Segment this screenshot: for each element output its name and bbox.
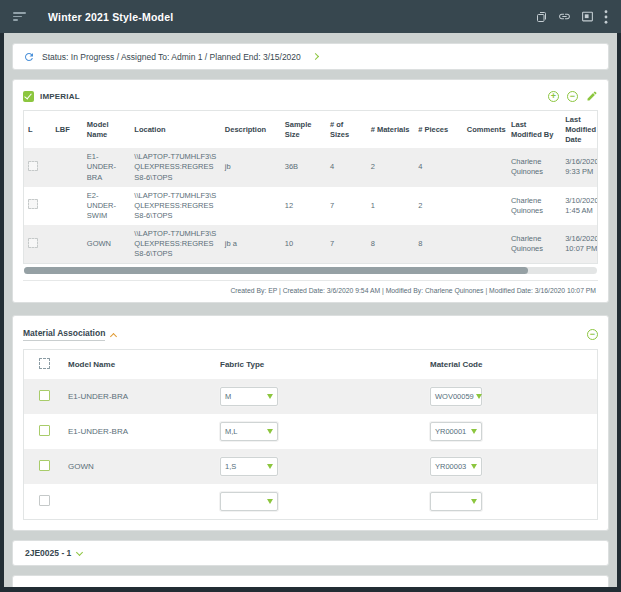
select-all-checkbox[interactable] (39, 358, 50, 369)
row-select-checkbox[interactable] (28, 199, 38, 209)
col-description: Description (221, 111, 281, 148)
style-section-title: 2JE0025 - 1 (25, 548, 71, 558)
workflow-status-bar[interactable]: Status: In Progress / Assigned To: Admin… (12, 43, 609, 70)
material-code-dropdown[interactable]: YR00001 (430, 422, 482, 441)
material-code-dropdown[interactable] (430, 492, 482, 511)
style-section-header[interactable]: 2JE0025 - 1 (12, 540, 609, 566)
fabric-type-dropdown[interactable] (220, 492, 278, 511)
status-refresh-icon (23, 51, 35, 63)
col-sample-size: Sample Size (281, 111, 326, 148)
cell-location: \\LAPTOP-T7UMHLF3\SQLEXPRESS:REGRESS8-6\… (130, 225, 220, 263)
imperial-table: L LBF Model Name Location Description Sa… (24, 111, 598, 263)
expand-chevron-icon[interactable] (76, 549, 83, 556)
status-text: Status: In Progress / Assigned To: Admin… (42, 52, 301, 62)
table-row[interactable]: GOWN \\LAPTOP-T7UMHLF3\SQLEXPRESS:REGRES… (24, 225, 598, 263)
cell-location: \\LAPTOP-T7UMHLF3\SQLEXPRESS:REGRESS8-6\… (130, 148, 220, 186)
row-select-checkbox[interactable] (39, 495, 50, 506)
imperial-label: IMPERIAL (40, 92, 80, 101)
col-model-name: Model Name (83, 111, 131, 148)
col-last-modified-date: Last Modified Date (561, 111, 598, 148)
material-table-box: Model Name Fabric Type Material Code E1-… (23, 349, 598, 520)
col-last-modified-by: Last Modified By (507, 111, 561, 148)
col-fabric-type: Fabric Type (216, 350, 426, 379)
scrollbar-thumb[interactable] (24, 267, 528, 274)
edit-pencil-icon[interactable] (586, 90, 598, 102)
status-expand-chevron-icon[interactable] (312, 53, 319, 60)
row-select-checkbox[interactable] (39, 390, 50, 401)
table-row[interactable]: E2-UNDER-SWIM \\LAPTOP-T7UMHLF3\SQLEXPRE… (24, 187, 598, 225)
horizontal-scrollbar[interactable] (24, 267, 597, 274)
material-header-row: Model Name Fabric Type Material Code (24, 350, 597, 379)
imperial-table-viewport: L LBF Model Name Location Description Sa… (23, 110, 598, 264)
row-select-checkbox[interactable] (39, 460, 50, 471)
imperial-checkbox[interactable] (23, 91, 34, 102)
material-code-dropdown[interactable]: YR00003 (430, 457, 482, 476)
material-association-title: Material Association (23, 328, 105, 341)
table-row[interactable]: GOWN 1,S YR00003 (24, 449, 597, 484)
app-window: Winter 2021 Style-Model Status: In Progr… (0, 0, 621, 592)
row-select-checkbox[interactable] (28, 238, 38, 248)
dropdown-arrow-icon (471, 464, 477, 469)
record-audit-text: Created By: EP | Created Date: 3/6/2020 … (23, 280, 598, 298)
page-title: Winter 2021 Style-Model (48, 11, 173, 23)
row-select-checkbox[interactable] (39, 425, 50, 436)
table-row[interactable] (24, 484, 597, 519)
col-location: Location (130, 111, 220, 148)
material-table: Model Name Fabric Type Material Code E1-… (24, 350, 597, 519)
menu-icon[interactable] (13, 12, 26, 21)
col-model-name: Model Name (64, 350, 216, 379)
table-row[interactable]: E1-UNDER-BRA M,L YR00001 (24, 414, 597, 449)
dropdown-arrow-icon (471, 499, 477, 504)
row-select-checkbox[interactable] (28, 161, 38, 171)
fabric-type-dropdown[interactable]: 1,S (220, 457, 278, 476)
imperial-header-row: L LBF Model Name Location Description Sa… (24, 111, 598, 148)
comments-panel: 0 Comment(s) + Comment Modified By (12, 575, 609, 587)
dropdown-arrow-icon (267, 394, 273, 399)
col-material-code: Material Code (426, 350, 597, 379)
col-lbf: LBF (51, 111, 83, 148)
table-row[interactable]: E1-UNDER-BRA M WOV00059 (24, 379, 597, 414)
copy-icon[interactable] (536, 10, 548, 23)
top-bar: Winter 2021 Style-Model (0, 0, 621, 33)
material-code-dropdown[interactable]: WOV00059 (430, 387, 482, 406)
collapse-chevron-icon[interactable] (110, 333, 117, 340)
add-row-icon[interactable]: + (548, 91, 559, 102)
col-num-pieces: # Pieces (414, 111, 463, 148)
dropdown-arrow-icon (267, 499, 273, 504)
remove-row-icon[interactable]: − (567, 91, 578, 102)
table-row[interactable]: E1-UNDER-BRA \\LAPTOP-T7UMHLF3\SQLEXPRES… (24, 148, 598, 186)
cell-model-name: GOWN (83, 225, 131, 263)
col-num-sizes: # of Sizes (326, 111, 367, 148)
imperial-panel: IMPERIAL + − L (12, 79, 609, 303)
dropdown-arrow-icon (471, 429, 477, 434)
dropdown-arrow-icon (476, 394, 482, 399)
kebab-menu-icon[interactable] (604, 10, 608, 24)
col-num-materials: # Materials (367, 111, 415, 148)
dropdown-arrow-icon (267, 429, 273, 434)
fabric-type-dropdown[interactable]: M (220, 387, 278, 406)
col-comments: Comments (463, 111, 507, 148)
link-icon[interactable] (558, 10, 571, 23)
dropdown-arrow-icon (267, 464, 273, 469)
cell-location: \\LAPTOP-T7UMHLF3\SQLEXPRESS:REGRESS8-6\… (130, 187, 220, 225)
cell-model-name: E1-UNDER-BRA (83, 148, 131, 186)
cell-model-name: E2-UNDER-SWIM (83, 187, 131, 225)
image-icon[interactable] (581, 10, 594, 23)
page-content: Status: In Progress / Assigned To: Admin… (4, 33, 617, 587)
fabric-type-dropdown[interactable]: M,L (220, 422, 278, 441)
remove-row-icon[interactable]: − (587, 329, 598, 340)
material-association-panel: Material Association − Model Name Fabric… (12, 315, 609, 531)
col-l: L (24, 111, 51, 148)
